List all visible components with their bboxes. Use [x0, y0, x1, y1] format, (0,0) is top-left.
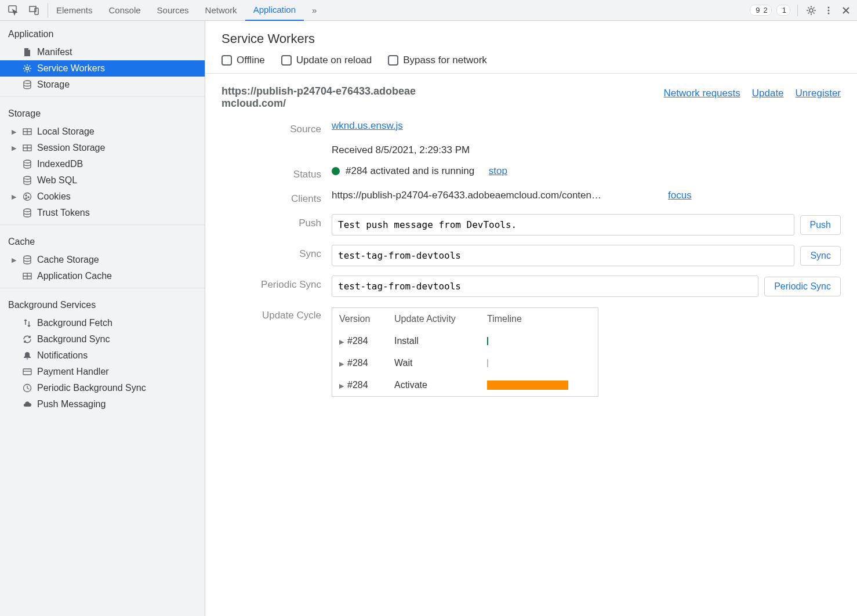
svg-point-5 [809, 9, 813, 12]
update-cycle-table: Version Update Activity Timeline ▶#284In… [332, 307, 598, 397]
section-storage: Storage [0, 100, 205, 124]
tab-elements[interactable]: Elements [48, 0, 101, 21]
sidebar-item-periodic-sync[interactable]: Periodic Background Sync [0, 380, 205, 396]
inspect-icon[interactable] [7, 4, 20, 17]
svg-point-9 [26, 67, 29, 70]
svg-point-13 [24, 160, 31, 163]
svg-point-8 [828, 12, 830, 14]
origin-url: https://publish-p24704-e76433.adobeaemcl… [221, 85, 419, 110]
received-time: Received 8/5/2021, 2:29:33 PM [332, 144, 470, 156]
sync-button[interactable]: Sync [800, 246, 841, 266]
svg-point-10 [24, 81, 31, 84]
label-periodic-sync: Periodic Sync [221, 276, 332, 291]
svg-point-14 [24, 176, 31, 179]
sidebar-item-application-cache[interactable]: Application Cache [0, 268, 205, 284]
database-icon [22, 159, 32, 169]
table-icon [22, 126, 32, 137]
sidebar-item-bg-fetch[interactable]: Background Fetch [0, 315, 205, 331]
file-icon [22, 47, 32, 57]
cloud-icon [22, 399, 32, 410]
periodic-sync-button[interactable]: Periodic Sync [764, 277, 841, 296]
database-icon [22, 255, 32, 265]
cycle-row[interactable]: ▶#284Activate [332, 374, 598, 396]
table-icon [22, 143, 32, 153]
sidebar-item-bg-sync[interactable]: Background Sync [0, 331, 205, 347]
transfer-icon [22, 318, 32, 328]
tab-console[interactable]: Console [101, 0, 149, 21]
link-focus[interactable]: focus [668, 190, 692, 201]
application-sidebar: Application Manifest Service Workers Sto… [0, 21, 205, 616]
svg-point-6 [828, 6, 830, 8]
tab-sources[interactable]: Sources [149, 0, 197, 21]
svg-point-20 [24, 256, 31, 259]
sidebar-item-notifications[interactable]: Notifications [0, 347, 205, 364]
table-icon [22, 271, 32, 281]
svg-point-15 [24, 193, 31, 201]
sidebar-item-payment[interactable]: Payment Handler [0, 364, 205, 380]
push-input[interactable] [332, 214, 794, 235]
svg-point-16 [26, 195, 27, 196]
cycle-row[interactable]: ▶#284Wait [332, 352, 598, 374]
label-status: Status [221, 165, 332, 180]
svg-rect-22 [23, 369, 31, 375]
svg-point-7 [828, 9, 830, 11]
client-url: https://publish-p24704-e76433.adobeaemcl… [332, 190, 662, 201]
card-icon [22, 367, 32, 377]
close-icon[interactable] [840, 4, 852, 17]
checkbox-offline[interactable]: Offline [221, 55, 265, 66]
sidebar-item-service-workers[interactable]: Service Workers [0, 60, 205, 77]
sidebar-item-local-storage[interactable]: ▶Local Storage [0, 124, 205, 140]
database-icon [22, 175, 32, 186]
link-stop[interactable]: stop [489, 165, 507, 177]
sidebar-item-cookies[interactable]: ▶Cookies [0, 189, 205, 205]
sidebar-item-trust-tokens[interactable]: Trust Tokens [0, 205, 205, 221]
bell-icon [22, 350, 32, 361]
label-sync: Sync [221, 245, 332, 260]
database-icon [22, 208, 32, 218]
label-clients: Clients [221, 190, 332, 205]
status-text: #284 activated and is running [346, 165, 474, 177]
tab-network[interactable]: Network [197, 0, 245, 21]
sync-icon [22, 334, 32, 345]
status-dot-icon [332, 167, 340, 175]
periodic-sync-input[interactable] [332, 276, 758, 297]
database-icon [22, 79, 32, 90]
sidebar-item-cache-storage[interactable]: ▶Cache Storage [0, 252, 205, 268]
messages-badge[interactable]: 1 [776, 5, 790, 16]
cookie-icon [22, 191, 32, 202]
svg-point-17 [28, 197, 29, 198]
link-unregister[interactable]: Unregister [796, 88, 841, 99]
kebab-icon[interactable] [822, 4, 835, 17]
tab-more[interactable]: » [304, 0, 325, 21]
devtools-tabstrip: Elements Console Sources Network Applica… [0, 0, 857, 21]
label-update-cycle: Update Cycle [221, 306, 332, 321]
checkbox-update-on-reload[interactable]: Update on reload [281, 55, 372, 66]
clock-icon [22, 383, 32, 393]
label-push: Push [221, 214, 332, 229]
device-toggle-icon[interactable] [28, 4, 41, 17]
source-file-link[interactable]: wknd.us.ensw.js [332, 120, 403, 132]
cycle-row[interactable]: ▶#284Install [332, 330, 598, 352]
sync-input[interactable] [332, 245, 794, 266]
gear-icon [22, 63, 32, 74]
section-cache: Cache [0, 229, 205, 252]
sidebar-item-manifest[interactable]: Manifest [0, 44, 205, 60]
page-title: Service Workers [221, 31, 841, 46]
sidebar-item-session-storage[interactable]: ▶Session Storage [0, 140, 205, 156]
tab-application[interactable]: Application [245, 0, 304, 21]
main-panel: Service Workers Offline Update on reload… [205, 21, 857, 616]
svg-point-19 [24, 209, 31, 212]
label-source: Source [221, 120, 332, 135]
link-network-requests[interactable]: Network requests [663, 88, 740, 99]
sidebar-item-indexeddb[interactable]: IndexedDB [0, 156, 205, 172]
link-update[interactable]: Update [752, 88, 784, 99]
sidebar-item-push[interactable]: Push Messaging [0, 396, 205, 412]
section-bg-services: Background Services [0, 292, 205, 315]
sidebar-item-storage[interactable]: Storage [0, 77, 205, 93]
gear-icon[interactable] [805, 4, 818, 17]
error-warning-badge[interactable]: 9 2 [750, 5, 771, 16]
push-button[interactable]: Push [800, 215, 841, 235]
checkbox-bypass-network[interactable]: Bypass for network [388, 55, 487, 66]
sidebar-item-websql[interactable]: Web SQL [0, 172, 205, 189]
section-application: Application [0, 21, 205, 44]
